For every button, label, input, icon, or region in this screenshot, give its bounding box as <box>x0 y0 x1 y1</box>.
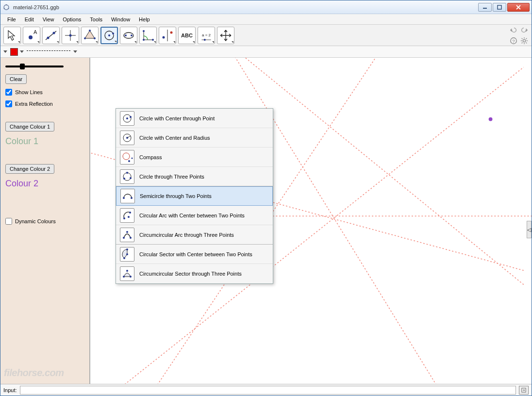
svg-point-71 <box>123 237 125 239</box>
svg-point-19 <box>84 37 86 39</box>
dd-circumcircular-arc[interactable]: Circumcircular Arc through Three Points <box>116 225 273 245</box>
svg-point-72 <box>126 231 128 233</box>
tool-circle[interactable] <box>100 27 118 44</box>
stylebar-toggle-icon[interactable] <box>3 50 7 53</box>
menu-edit[interactable]: Edit <box>21 15 38 24</box>
slider[interactable] <box>5 62 84 69</box>
tool-ellipse[interactable] <box>120 27 137 44</box>
clear-button[interactable]: Clear <box>5 74 27 84</box>
svg-text:?: ? <box>512 38 515 43</box>
svg-point-66 <box>123 197 125 199</box>
settings-icon[interactable] <box>520 36 529 45</box>
help-icon[interactable]: ? <box>509 36 518 45</box>
tool-slider[interactable]: a = 2 <box>198 27 215 44</box>
dd-circle-three-points[interactable]: Circle through Three Points <box>116 167 273 186</box>
svg-point-25 <box>131 34 133 36</box>
color-swatch[interactable] <box>10 48 18 56</box>
svg-line-42 <box>526 42 527 43</box>
svg-point-55 <box>130 116 132 118</box>
svg-point-3 <box>4 8 5 9</box>
svg-point-21 <box>108 34 110 36</box>
minimize-button[interactable] <box>478 3 492 12</box>
tool-point[interactable]: A <box>23 27 40 44</box>
dd-circular-arc[interactable]: Circular Arc with Center between Two Poi… <box>116 206 273 225</box>
compass-icon <box>120 150 134 165</box>
tool-move[interactable] <box>3 27 21 44</box>
svg-point-75 <box>123 257 125 259</box>
svg-point-28 <box>152 39 154 41</box>
svg-point-69 <box>129 212 131 214</box>
menu-window[interactable]: Window <box>107 15 134 24</box>
svg-point-59 <box>123 153 130 160</box>
dd-circle-center-point[interactable]: Circle with Center through Point <box>116 109 273 128</box>
svg-point-31 <box>170 31 173 33</box>
extra-reflection-label: Extra Reflection <box>15 101 53 107</box>
tool-slider-label: a = 2 <box>202 33 211 37</box>
svg-point-33 <box>204 39 206 41</box>
colour-2-label: Colour 2 <box>5 179 84 189</box>
tool-pan[interactable] <box>217 27 234 44</box>
linestyle-dropdown-icon[interactable] <box>73 50 77 53</box>
circumcircular-arc-icon <box>120 228 134 242</box>
tool-angle[interactable] <box>139 27 157 44</box>
svg-point-11 <box>47 36 50 39</box>
svg-point-74 <box>126 253 128 255</box>
undo-button[interactable] <box>509 26 518 34</box>
input-bar: Input: <box>0 384 532 396</box>
svg-point-30 <box>163 36 165 38</box>
stylebar <box>0 46 532 58</box>
input-field[interactable] <box>20 386 516 395</box>
svg-point-65 <box>130 177 132 179</box>
close-button[interactable] <box>507 3 530 12</box>
tool-reflect[interactable] <box>159 27 176 44</box>
dynamic-colours-checkbox[interactable]: Dynamic Colours <box>5 218 84 225</box>
canvas-side-handle[interactable]: ◁ <box>527 221 532 238</box>
menu-help[interactable]: Help <box>135 15 154 24</box>
colour-1-label: Colour 1 <box>5 136 84 147</box>
change-colour-1-button[interactable]: Change Colour 1 <box>5 122 54 132</box>
svg-point-12 <box>53 32 55 34</box>
color-dropdown-icon[interactable] <box>20 50 24 53</box>
line-style-preview[interactable] <box>27 50 70 53</box>
svg-point-73 <box>130 237 132 239</box>
extra-reflection-checkbox[interactable]: Extra Reflection <box>5 100 84 107</box>
circumcircular-sector-icon <box>120 266 134 281</box>
semicircle-icon <box>120 189 135 203</box>
sidebar: Clear Show Lines Extra Reflection Change… <box>0 58 90 384</box>
menubar: File Edit View Options Tools Window Help <box>0 14 532 25</box>
svg-point-68 <box>123 217 125 219</box>
maximize-button[interactable] <box>493 3 506 12</box>
input-label: Input: <box>3 387 17 393</box>
tool-line[interactable] <box>42 27 60 44</box>
menu-tools[interactable]: Tools <box>86 15 106 24</box>
dd-circle-center-radius[interactable]: Circle with Center and Radius <box>116 128 273 148</box>
tool-perpendicular[interactable] <box>62 27 79 44</box>
dd-circumcircular-sector[interactable]: Circumcircular Sector through Three Poin… <box>116 264 273 283</box>
dd-compass[interactable]: Compass <box>116 148 273 167</box>
svg-line-58 <box>127 136 131 138</box>
svg-point-0 <box>4 5 9 10</box>
svg-line-44 <box>522 42 523 43</box>
dd-circular-sector[interactable]: Circular Sector with Center between Two … <box>116 245 273 264</box>
svg-point-70 <box>128 216 130 218</box>
svg-point-22 <box>112 33 114 34</box>
tool-text[interactable]: ABC <box>178 27 196 44</box>
svg-point-54 <box>126 117 128 119</box>
redo-button[interactable] <box>520 26 529 34</box>
svg-marker-16 <box>85 31 95 38</box>
tool-polygon[interactable] <box>81 27 99 44</box>
show-lines-checkbox[interactable]: Show Lines <box>5 89 84 96</box>
svg-point-2 <box>8 8 9 9</box>
input-submit-button[interactable] <box>519 386 529 395</box>
menu-view[interactable]: View <box>39 15 58 24</box>
tool-text-label: ABC <box>181 33 193 38</box>
svg-line-43 <box>526 38 527 39</box>
dd-semicircle[interactable]: Semicircle through Two Points <box>116 186 273 206</box>
menu-file[interactable]: File <box>3 15 20 24</box>
svg-point-76 <box>126 248 128 250</box>
menu-options[interactable]: Options <box>59 15 85 24</box>
change-colour-2-button[interactable]: Change Colour 2 <box>5 164 54 174</box>
svg-point-78 <box>126 270 128 272</box>
svg-point-26 <box>143 30 145 32</box>
svg-point-24 <box>125 34 127 36</box>
